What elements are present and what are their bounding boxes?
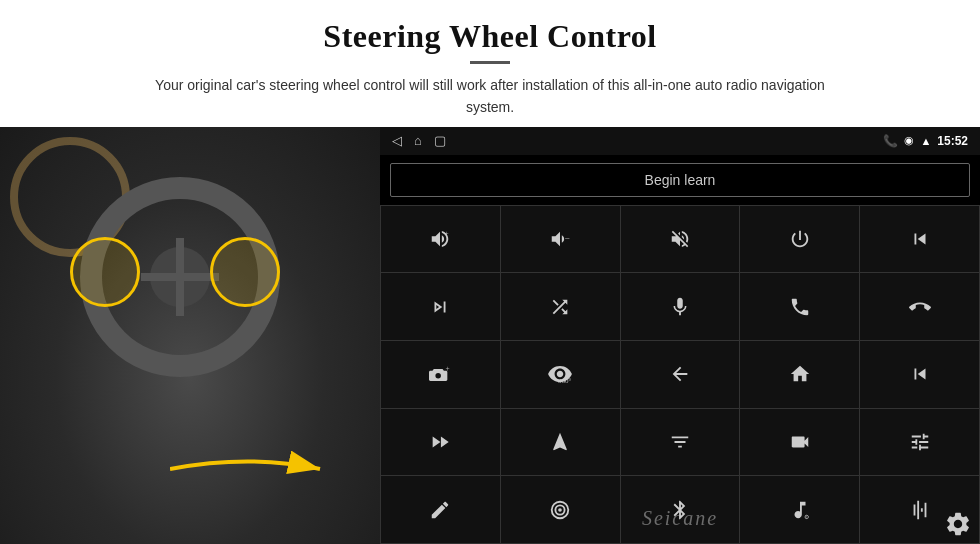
- content-section: ◁ ⌂ ▢ 📞 ◉ ▲ 15:52 Begin learn: [0, 127, 980, 544]
- ctrl-bluetooth[interactable]: [621, 476, 740, 543]
- power-icon: [789, 228, 811, 250]
- page-title: Steering Wheel Control: [60, 18, 920, 55]
- ctrl-hang-up[interactable]: [860, 273, 979, 340]
- ctrl-vol-up[interactable]: +: [381, 206, 500, 273]
- svg-point-5: [558, 508, 562, 512]
- ctrl-vol-down[interactable]: −: [501, 206, 620, 273]
- ctrl-home-btn[interactable]: [740, 341, 859, 408]
- steering-wheel-panel: [0, 127, 380, 544]
- status-bar: ◁ ⌂ ▢ 📞 ◉ ▲ 15:52: [380, 127, 980, 155]
- controls-grid: + −: [380, 205, 980, 544]
- ctrl-equalizer[interactable]: [621, 409, 740, 476]
- fast-fwd-icon: [429, 431, 451, 453]
- ctrl-prev-phone[interactable]: [860, 206, 979, 273]
- ctrl-camera[interactable]: [740, 409, 859, 476]
- skip-back2-icon: [909, 363, 931, 385]
- bluetooth-icon: [669, 499, 691, 521]
- back-arrow-icon: [669, 363, 691, 385]
- wifi-status-icon: ▲: [920, 135, 931, 147]
- radio-icon: [549, 499, 571, 521]
- status-nav-buttons: ◁ ⌂ ▢: [392, 133, 446, 148]
- svg-text:−: −: [565, 234, 570, 244]
- ctrl-phone-call[interactable]: [740, 273, 859, 340]
- ctrl-360[interactable]: 360°: [501, 341, 620, 408]
- ctrl-car-cam[interactable]: +: [381, 341, 500, 408]
- ctrl-mute[interactable]: [621, 206, 740, 273]
- begin-learn-row: Begin learn: [380, 155, 980, 205]
- equalizer-icon: [669, 431, 691, 453]
- svg-text:+: +: [445, 229, 449, 238]
- ctrl-radio[interactable]: [501, 476, 620, 543]
- settings-gear-button[interactable]: [944, 510, 972, 538]
- begin-learn-button[interactable]: Begin learn: [390, 163, 970, 197]
- sliders-icon: [909, 431, 931, 453]
- phone-status-icon: 📞: [883, 134, 898, 148]
- ctrl-sliders[interactable]: [860, 409, 979, 476]
- home-nav-icon[interactable]: ⌂: [414, 133, 422, 148]
- phone-call-icon: [789, 296, 811, 318]
- ctrl-fast-fwd[interactable]: [381, 409, 500, 476]
- shuffle-icon: [549, 296, 571, 318]
- highlight-circle-left: [70, 237, 140, 307]
- ctrl-skip-fwd[interactable]: [381, 273, 500, 340]
- skip-fwd-icon: [429, 296, 451, 318]
- ctrl-mic[interactable]: [621, 273, 740, 340]
- vol-down-icon: −: [549, 228, 571, 250]
- ctrl-navigate[interactable]: [501, 409, 620, 476]
- mute-icon: [669, 228, 691, 250]
- spoke-vertical: [176, 238, 184, 316]
- title-divider: [470, 61, 510, 64]
- status-indicators: 📞 ◉ ▲ 15:52: [883, 134, 968, 148]
- highlight-circle-right: [210, 237, 280, 307]
- header-section: Steering Wheel Control Your original car…: [0, 0, 980, 127]
- subtitle: Your original car's steering wheel contr…: [130, 74, 850, 119]
- ctrl-shuffle[interactable]: [501, 273, 620, 340]
- navigate-icon: [549, 431, 571, 453]
- svg-text:+: +: [446, 365, 450, 374]
- ctrl-skip-back2[interactable]: [860, 341, 979, 408]
- page-container: Steering Wheel Control Your original car…: [0, 0, 980, 544]
- gps-status-icon: ◉: [904, 134, 914, 147]
- music-note-icon: ⚙: [789, 499, 811, 521]
- gear-icon: [944, 510, 972, 538]
- prev-phone-icon: [909, 228, 931, 250]
- recents-nav-icon[interactable]: ▢: [434, 133, 446, 148]
- vol-up-icon: +: [429, 228, 451, 250]
- ctrl-power[interactable]: [740, 206, 859, 273]
- android-panel-wrap: ◁ ⌂ ▢ 📞 ◉ ▲ 15:52 Begin learn: [380, 127, 980, 544]
- camera-icon: [789, 431, 811, 453]
- status-time: 15:52: [937, 134, 968, 148]
- mic-icon: [669, 296, 691, 318]
- pen-icon: [429, 499, 451, 521]
- waveform-icon: [909, 499, 931, 521]
- yellow-arrow-icon: [170, 444, 330, 494]
- home-btn-icon: [789, 363, 811, 385]
- ctrl-pen[interactable]: [381, 476, 500, 543]
- ctrl-back-arrow[interactable]: [621, 341, 740, 408]
- svg-text:⚙: ⚙: [803, 513, 808, 520]
- ctrl-music-note[interactable]: ⚙: [740, 476, 859, 543]
- car-cam-icon: +: [429, 363, 451, 385]
- hang-up-icon: [909, 296, 931, 318]
- back-nav-icon[interactable]: ◁: [392, 133, 402, 148]
